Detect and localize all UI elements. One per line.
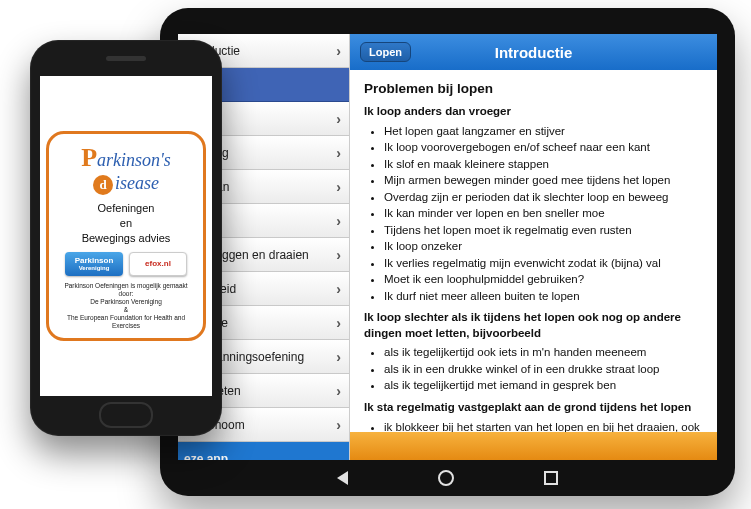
list-item: Ik durf niet meer alleen buiten te lopen — [384, 289, 703, 305]
chevron-right-icon: › — [336, 145, 341, 161]
logo-initial-d-badge: d — [93, 175, 113, 195]
android-nav-bar — [178, 464, 717, 492]
list-item: ik blokkeer bij het starten van het lope… — [384, 420, 703, 433]
footnote-line: Parkinson Oefeningen is mogelijk gemaakt… — [57, 282, 195, 298]
logo-word-bottom: isease — [115, 173, 159, 193]
list-item: Ik loop voorovergebogen en/of scheef naa… — [384, 140, 703, 156]
tablet-screen: Introductie › ingen Lopen › Houding › Op… — [178, 34, 717, 460]
phone-screen: Parkinson's disease Oefeningen en Bewegi… — [40, 76, 212, 396]
list-item: Ik verlies regelmatig mijn evenwicht zod… — [384, 256, 703, 272]
list-item: Ik loop onzeker — [384, 239, 703, 255]
chevron-right-icon: › — [336, 213, 341, 229]
chevron-right-icon: › — [336, 111, 341, 127]
sidebar-footer-link[interactable]: eze app — [178, 442, 349, 460]
partner-logos: Parkinson Vereniging efox.nl — [65, 252, 187, 276]
footnote-line: & — [57, 306, 195, 314]
chevron-right-icon: › — [336, 315, 341, 331]
app-subtitle: Oefeningen en Bewegings advies — [82, 201, 171, 246]
list-item: Overdag zijn er perioden dat ik slechter… — [384, 190, 703, 206]
splash-footnote: Parkinson Oefeningen is mogelijk gemaakt… — [57, 282, 195, 331]
footnote-line: The European Foundation for Health and E… — [57, 314, 195, 330]
bottom-action-bar[interactable] — [350, 432, 717, 460]
nav-back-icon[interactable] — [337, 471, 348, 485]
chevron-right-icon: › — [336, 417, 341, 433]
chevron-right-icon: › — [336, 281, 341, 297]
partner-sublabel: Vereniging — [75, 265, 114, 271]
partner-efox: efox.nl — [129, 252, 187, 276]
nav-home-icon[interactable] — [438, 470, 454, 486]
sidebar-item-label: eze app — [184, 452, 228, 461]
list-item: Het lopen gaat langzamer en stijver — [384, 124, 703, 140]
list-item: Mijn armen bewegen minder goed mee tijde… — [384, 173, 703, 189]
subtitle-line: en — [82, 216, 171, 231]
list-item: als ik in een drukke winkel of in een dr… — [384, 362, 703, 378]
symptom-list-a: Het lopen gaat langzamer en stijver Ik l… — [364, 124, 703, 305]
subtitle-line: Oefeningen — [82, 201, 171, 216]
logo-word-top: arkinson's — [97, 150, 171, 170]
back-button[interactable]: Lopen — [360, 42, 411, 62]
list-item: als ik tegelijkertijd ook iets in m'n ha… — [384, 345, 703, 361]
main-header-bar: Lopen Introductie — [350, 34, 717, 70]
phone-device-frame: Parkinson's disease Oefeningen en Bewegi… — [30, 40, 222, 436]
chevron-right-icon: › — [336, 179, 341, 195]
list-item: als ik tegelijkertijd met iemand in gesp… — [384, 378, 703, 394]
chevron-right-icon: › — [336, 383, 341, 399]
list-item: Moet ik een loophulpmiddel gebruiken? — [384, 272, 703, 288]
heading-problems: Problemen bij lopen — [364, 80, 703, 98]
partner-parkinson-vereniging: Parkinson Vereniging — [65, 252, 123, 276]
splash-card: Parkinson's disease Oefeningen en Bewegi… — [46, 131, 206, 342]
list-item: Ik slof en maak kleinere stappen — [384, 157, 703, 173]
app-logo: Parkinson's disease — [81, 144, 171, 196]
main-pane: Lopen Introductie Problemen bij lopen Ik… — [350, 34, 717, 460]
heading-vastgeplakt: Ik sta regelmatig vastgeplakt aan de gro… — [364, 400, 703, 416]
list-item: Tijdens het lopen moet ik regelmatig eve… — [384, 223, 703, 239]
symptom-list-b: als ik tegelijkertijd ook iets in m'n ha… — [364, 345, 703, 394]
heading-ik-loop: Ik loop anders dan vroeger — [364, 104, 703, 120]
subtitle-line: Bewegings advies — [82, 231, 171, 246]
chevron-right-icon: › — [336, 43, 341, 59]
symptom-list-c: ik blokkeer bij het starten van het lope… — [364, 420, 703, 433]
chevron-right-icon: › — [336, 349, 341, 365]
heading-slechter: Ik loop slechter als ik tijdens het lope… — [364, 310, 703, 341]
tablet-device-frame: Introductie › ingen Lopen › Houding › Op… — [160, 8, 735, 496]
logo-initial-p: P — [81, 143, 97, 172]
main-content[interactable]: Problemen bij lopen Ik loop anders dan v… — [350, 70, 717, 432]
footnote-line: De Parkinson Vereniging — [57, 298, 195, 306]
chevron-right-icon: › — [336, 247, 341, 263]
list-item: Ik kan minder ver lopen en ben sneller m… — [384, 206, 703, 222]
partner-label: Parkinson — [75, 257, 114, 265]
nav-recent-icon[interactable] — [544, 471, 558, 485]
